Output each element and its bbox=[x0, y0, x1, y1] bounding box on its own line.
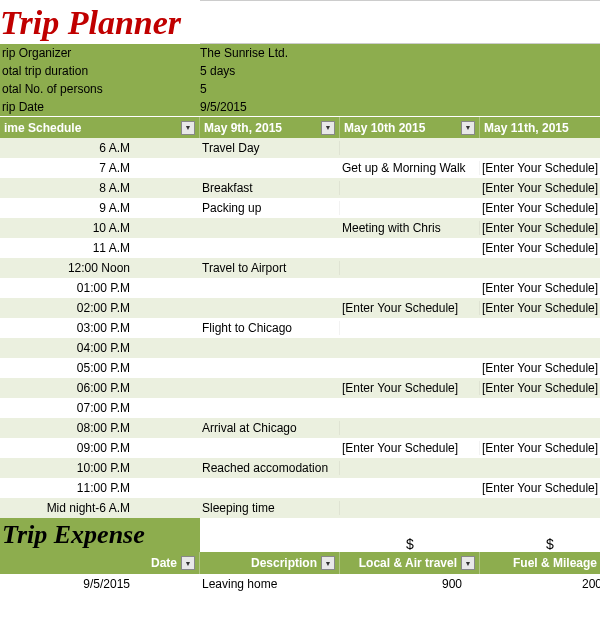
schedule-row: 07:00 P.M bbox=[0, 398, 600, 418]
expense-desc-cell[interactable]: Leaving home bbox=[200, 577, 340, 591]
schedule-cell[interactable]: [Enter Your Schedule] bbox=[340, 301, 480, 315]
schedule-cell[interactable]: [Enter Your Schedule] bbox=[480, 361, 600, 375]
tripdate-label: rip Date bbox=[0, 100, 200, 114]
exp-header-date-label: Date bbox=[4, 556, 181, 570]
schedule-cell[interactable]: Arrival at Chicago bbox=[200, 421, 340, 435]
schedule-header-row: ime Schedule ▼ May 9th, 2015 ▼ May 10th … bbox=[0, 116, 600, 138]
time-cell[interactable]: 01:00 P.M bbox=[0, 281, 200, 295]
currency-symbol: $ bbox=[480, 536, 600, 552]
info-row-organizer: rip Organizer The Sunrise Ltd. bbox=[0, 44, 600, 62]
schedule-cell[interactable]: Travel Day bbox=[200, 141, 340, 155]
expense-title: Trip Expense bbox=[0, 518, 200, 552]
time-cell[interactable]: 11:00 P.M bbox=[0, 481, 200, 495]
time-cell[interactable]: 05:00 P.M bbox=[0, 361, 200, 375]
schedule-cell[interactable]: [Enter Your Schedule] bbox=[480, 381, 600, 395]
time-cell[interactable]: 10:00 P.M bbox=[0, 461, 200, 475]
schedule-cell[interactable]: [Enter Your Schedule] bbox=[480, 281, 600, 295]
info-row-date: rip Date 9/5/2015 bbox=[0, 98, 600, 116]
schedule-cell[interactable]: [Enter Your Schedule] bbox=[480, 161, 600, 175]
time-cell[interactable]: 9 A.M bbox=[0, 201, 200, 215]
schedule-row: 9 A.MPacking up[Enter Your Schedule] bbox=[0, 198, 600, 218]
filter-dropdown-icon[interactable]: ▼ bbox=[321, 556, 335, 570]
expense-fuel-cell[interactable]: 200 bbox=[480, 577, 600, 591]
page-title: Trip Planner bbox=[0, 0, 200, 44]
persons-label: otal No. of persons bbox=[0, 82, 200, 96]
expense-header-travel[interactable]: Local & Air travel ▼ bbox=[340, 552, 480, 574]
info-row-duration: otal trip duration 5 days bbox=[0, 62, 600, 80]
schedule-cell[interactable]: [Enter Your Schedule] bbox=[480, 201, 600, 215]
time-cell[interactable]: 09:00 P.M bbox=[0, 441, 200, 455]
time-cell[interactable]: 7 A.M bbox=[0, 161, 200, 175]
schedule-row: 04:00 P.M bbox=[0, 338, 600, 358]
time-cell[interactable]: 03:00 P.M bbox=[0, 321, 200, 335]
exp-header-travel-label: Local & Air travel bbox=[344, 556, 461, 570]
time-cell[interactable]: 10 A.M bbox=[0, 221, 200, 235]
schedule-cell[interactable]: [Enter Your Schedule] bbox=[480, 221, 600, 235]
schedule-cell[interactable]: [Enter Your Schedule] bbox=[340, 381, 480, 395]
schedule-row: 10:00 P.MReached accomodation bbox=[0, 458, 600, 478]
schedule-header-time[interactable]: ime Schedule ▼ bbox=[0, 117, 200, 138]
time-cell[interactable]: Mid night-6 A.M bbox=[0, 501, 200, 515]
filter-dropdown-icon[interactable]: ▼ bbox=[461, 121, 475, 135]
schedule-header-day1[interactable]: May 9th, 2015 ▼ bbox=[200, 117, 340, 138]
schedule-cell[interactable]: Meeting with Chris bbox=[340, 221, 480, 235]
expense-header-row: Date ▼ Description ▼ Local & Air travel … bbox=[0, 552, 600, 574]
persons-value[interactable]: 5 bbox=[200, 82, 207, 96]
schedule-cell[interactable]: [Enter Your Schedule] bbox=[480, 301, 600, 315]
filter-dropdown-icon[interactable]: ▼ bbox=[181, 556, 195, 570]
time-cell[interactable]: 11 A.M bbox=[0, 241, 200, 255]
schedule-cell[interactable]: Travel to Airport bbox=[200, 261, 340, 275]
currency-symbol: $ bbox=[340, 536, 480, 552]
header-label-day1: May 9th, 2015 bbox=[204, 121, 282, 135]
header-label-day2: May 10th 2015 bbox=[344, 121, 425, 135]
expense-row: 9/5/2015Leaving home900200 bbox=[0, 574, 600, 594]
expense-header-desc[interactable]: Description ▼ bbox=[200, 552, 340, 574]
time-cell[interactable]: 06:00 P.M bbox=[0, 381, 200, 395]
schedule-header-day2[interactable]: May 10th 2015 ▼ bbox=[340, 117, 480, 138]
schedule-cell[interactable]: Breakfast bbox=[200, 181, 340, 195]
duration-value[interactable]: 5 days bbox=[200, 64, 235, 78]
schedule-row: 11 A.M[Enter Your Schedule] bbox=[0, 238, 600, 258]
filter-dropdown-icon[interactable]: ▼ bbox=[461, 556, 475, 570]
schedule-cell[interactable]: [Enter Your Schedule] bbox=[480, 441, 600, 455]
schedule-cell[interactable]: [Enter Your Schedule] bbox=[480, 241, 600, 255]
expense-travel-cell[interactable]: 900 bbox=[340, 577, 480, 591]
schedule-header-day3[interactable]: May 11th, 2015 ▼ bbox=[480, 117, 600, 138]
schedule-row: 05:00 P.M[Enter Your Schedule] bbox=[0, 358, 600, 378]
expense-header-date[interactable]: Date ▼ bbox=[0, 552, 200, 574]
time-cell[interactable]: 04:00 P.M bbox=[0, 341, 200, 355]
schedule-cell[interactable]: [Enter Your Schedule] bbox=[480, 181, 600, 195]
expense-header-fuel[interactable]: Fuel & Mileage ▼ bbox=[480, 552, 600, 574]
organizer-value[interactable]: The Sunrise Ltd. bbox=[200, 46, 288, 60]
time-cell[interactable]: 08:00 P.M bbox=[0, 421, 200, 435]
schedule-row: 8 A.MBreakfast[Enter Your Schedule] bbox=[0, 178, 600, 198]
expense-title-row: Trip Expense $ $ bbox=[0, 518, 600, 552]
schedule-cell[interactable]: Sleeping time bbox=[200, 501, 340, 515]
schedule-cell[interactable]: Flight to Chicago bbox=[200, 321, 340, 335]
time-cell[interactable]: 07:00 P.M bbox=[0, 401, 200, 415]
time-cell[interactable]: 8 A.M bbox=[0, 181, 200, 195]
filter-dropdown-icon[interactable]: ▼ bbox=[321, 121, 335, 135]
schedule-cell[interactable]: Packing up bbox=[200, 201, 340, 215]
tripdate-value[interactable]: 9/5/2015 bbox=[200, 100, 247, 114]
expense-date-cell[interactable]: 9/5/2015 bbox=[0, 577, 200, 591]
time-cell[interactable]: 02:00 P.M bbox=[0, 301, 200, 315]
time-cell[interactable]: 12:00 Noon bbox=[0, 261, 200, 275]
schedule-cell[interactable]: [Enter Your Schedule] bbox=[480, 481, 600, 495]
trip-info-block: rip Organizer The Sunrise Ltd. otal trip… bbox=[0, 44, 600, 116]
schedule-body: 6 A.MTravel Day7 A.MGet up & Morning Wal… bbox=[0, 138, 600, 518]
exp-header-desc-label: Description bbox=[204, 556, 321, 570]
schedule-cell[interactable]: Reached accomodation bbox=[200, 461, 340, 475]
time-cell[interactable]: 6 A.M bbox=[0, 141, 200, 155]
schedule-row: 09:00 P.M[Enter Your Schedule][Enter You… bbox=[0, 438, 600, 458]
header-label-day3: May 11th, 2015 bbox=[484, 121, 569, 135]
schedule-row: 12:00 NoonTravel to Airport bbox=[0, 258, 600, 278]
schedule-row: 02:00 P.M[Enter Your Schedule][Enter You… bbox=[0, 298, 600, 318]
schedule-cell[interactable]: [Enter Your Schedule] bbox=[340, 441, 480, 455]
duration-label: otal trip duration bbox=[0, 64, 200, 78]
schedule-row: 01:00 P.M[Enter Your Schedule] bbox=[0, 278, 600, 298]
schedule-row: 10 A.MMeeting with Chris[Enter Your Sche… bbox=[0, 218, 600, 238]
schedule-cell[interactable]: Get up & Morning Walk bbox=[340, 161, 480, 175]
filter-dropdown-icon[interactable]: ▼ bbox=[181, 121, 195, 135]
info-row-persons: otal No. of persons 5 bbox=[0, 80, 600, 98]
